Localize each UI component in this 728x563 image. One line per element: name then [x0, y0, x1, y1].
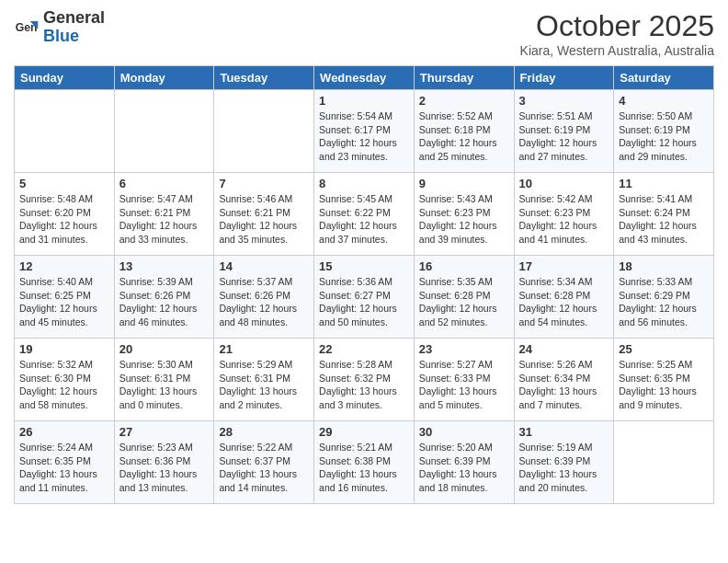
calendar-cell: 28Sunrise: 5:22 AM Sunset: 6:37 PM Dayli… — [214, 421, 314, 504]
day-number: 25 — [619, 342, 709, 356]
calendar-week-row: 5Sunrise: 5:48 AM Sunset: 6:20 PM Daylig… — [15, 173, 714, 256]
logo-blue-text: Blue — [43, 27, 79, 45]
day-info: Sunrise: 5:39 AM Sunset: 6:26 PM Dayligh… — [119, 275, 210, 329]
day-number: 3 — [519, 94, 609, 108]
day-number: 19 — [19, 342, 109, 356]
calendar-cell: 22Sunrise: 5:28 AM Sunset: 6:32 PM Dayli… — [314, 339, 415, 421]
calendar-cell: 6Sunrise: 5:47 AM Sunset: 6:21 PM Daylig… — [114, 173, 214, 256]
calendar-week-row: 12Sunrise: 5:40 AM Sunset: 6:25 PM Dayli… — [15, 256, 714, 339]
calendar-cell: 12Sunrise: 5:40 AM Sunset: 6:25 PM Dayli… — [15, 256, 115, 339]
calendar-cell: 2Sunrise: 5:52 AM Sunset: 6:18 PM Daylig… — [414, 90, 514, 173]
day-info: Sunrise: 5:47 AM Sunset: 6:21 PM Dayligh… — [119, 192, 210, 247]
day-info: Sunrise: 5:21 AM Sunset: 6:38 PM Dayligh… — [319, 441, 409, 495]
day-number: 13 — [119, 259, 210, 273]
calendar-cell: 31Sunrise: 5:19 AM Sunset: 6:39 PM Dayli… — [514, 421, 614, 504]
day-info: Sunrise: 5:29 AM Sunset: 6:31 PM Dayligh… — [219, 358, 309, 412]
day-info: Sunrise: 5:54 AM Sunset: 6:17 PM Dayligh… — [319, 109, 409, 164]
calendar-cell: 8Sunrise: 5:45 AM Sunset: 6:22 PM Daylig… — [314, 173, 415, 256]
calendar-cell: 1Sunrise: 5:54 AM Sunset: 6:17 PM Daylig… — [314, 90, 415, 173]
day-info: Sunrise: 5:45 AM Sunset: 6:22 PM Dayligh… — [319, 192, 409, 247]
calendar-cell: 25Sunrise: 5:25 AM Sunset: 6:35 PM Dayli… — [614, 339, 714, 421]
calendar-cell: 4Sunrise: 5:50 AM Sunset: 6:19 PM Daylig… — [614, 90, 714, 173]
day-number: 10 — [519, 177, 609, 190]
day-number: 15 — [319, 259, 409, 273]
day-info: Sunrise: 5:25 AM Sunset: 6:35 PM Dayligh… — [619, 358, 709, 412]
calendar-week-row: 19Sunrise: 5:32 AM Sunset: 6:30 PM Dayli… — [15, 339, 714, 421]
weekday-header-monday: Monday — [114, 66, 214, 90]
day-number: 30 — [419, 425, 509, 439]
day-info: Sunrise: 5:37 AM Sunset: 6:26 PM Dayligh… — [219, 275, 309, 329]
day-info: Sunrise: 5:48 AM Sunset: 6:20 PM Dayligh… — [19, 192, 109, 247]
day-number: 29 — [319, 425, 409, 439]
day-number: 6 — [119, 177, 210, 190]
day-number: 24 — [519, 342, 609, 356]
page-header: Gen General Blue October 2025 Kiara, Wes… — [14, 9, 714, 58]
calendar-cell: 3Sunrise: 5:51 AM Sunset: 6:19 PM Daylig… — [514, 90, 614, 173]
calendar-cell: 18Sunrise: 5:33 AM Sunset: 6:29 PM Dayli… — [614, 256, 714, 339]
calendar-week-row: 1Sunrise: 5:54 AM Sunset: 6:17 PM Daylig… — [15, 90, 714, 173]
day-info: Sunrise: 5:19 AM Sunset: 6:39 PM Dayligh… — [519, 441, 609, 495]
calendar-cell: 17Sunrise: 5:34 AM Sunset: 6:28 PM Dayli… — [514, 256, 614, 339]
day-info: Sunrise: 5:22 AM Sunset: 6:37 PM Dayligh… — [219, 441, 309, 495]
calendar-cell — [214, 90, 314, 173]
day-info: Sunrise: 5:40 AM Sunset: 6:25 PM Dayligh… — [19, 275, 109, 329]
weekday-header-sunday: Sunday — [15, 66, 115, 90]
location-subtitle: Kiara, Western Australia, Australia — [520, 43, 714, 58]
weekday-header-friday: Friday — [514, 66, 614, 90]
calendar-cell: 7Sunrise: 5:46 AM Sunset: 6:21 PM Daylig… — [214, 173, 314, 256]
day-info: Sunrise: 5:52 AM Sunset: 6:18 PM Dayligh… — [419, 109, 509, 164]
weekday-header-wednesday: Wednesday — [314, 66, 415, 90]
calendar-cell: 30Sunrise: 5:20 AM Sunset: 6:39 PM Dayli… — [414, 421, 514, 504]
day-info: Sunrise: 5:41 AM Sunset: 6:24 PM Dayligh… — [619, 192, 709, 247]
day-info: Sunrise: 5:32 AM Sunset: 6:30 PM Dayligh… — [19, 358, 109, 412]
logo: Gen General Blue — [14, 9, 105, 46]
day-number: 16 — [419, 259, 509, 273]
day-number: 22 — [319, 342, 409, 356]
calendar-cell: 16Sunrise: 5:35 AM Sunset: 6:28 PM Dayli… — [414, 256, 514, 339]
day-number: 4 — [619, 94, 709, 108]
day-info: Sunrise: 5:34 AM Sunset: 6:28 PM Dayligh… — [519, 275, 609, 329]
day-info: Sunrise: 5:28 AM Sunset: 6:32 PM Dayligh… — [319, 358, 409, 412]
calendar-week-row: 26Sunrise: 5:24 AM Sunset: 6:35 PM Dayli… — [15, 421, 714, 504]
day-info: Sunrise: 5:43 AM Sunset: 6:23 PM Dayligh… — [419, 192, 509, 247]
title-block: October 2025 Kiara, Western Australia, A… — [520, 9, 714, 58]
day-number: 26 — [19, 425, 109, 439]
calendar-cell: 27Sunrise: 5:23 AM Sunset: 6:36 PM Dayli… — [114, 421, 214, 504]
day-info: Sunrise: 5:51 AM Sunset: 6:19 PM Dayligh… — [519, 109, 609, 164]
day-number: 20 — [119, 342, 210, 356]
calendar-cell: 21Sunrise: 5:29 AM Sunset: 6:31 PM Dayli… — [214, 339, 314, 421]
day-number: 14 — [219, 259, 309, 273]
calendar-cell: 26Sunrise: 5:24 AM Sunset: 6:35 PM Dayli… — [15, 421, 115, 504]
calendar-cell: 11Sunrise: 5:41 AM Sunset: 6:24 PM Dayli… — [614, 173, 714, 256]
day-number: 9 — [419, 177, 509, 190]
day-info: Sunrise: 5:46 AM Sunset: 6:21 PM Dayligh… — [219, 192, 309, 247]
day-number: 17 — [519, 259, 609, 273]
day-number: 11 — [619, 177, 709, 190]
calendar-cell — [614, 421, 714, 504]
day-number: 28 — [219, 425, 309, 439]
day-info: Sunrise: 5:50 AM Sunset: 6:19 PM Dayligh… — [619, 109, 709, 164]
calendar-cell: 19Sunrise: 5:32 AM Sunset: 6:30 PM Dayli… — [15, 339, 115, 421]
day-info: Sunrise: 5:23 AM Sunset: 6:36 PM Dayligh… — [119, 441, 210, 495]
day-info: Sunrise: 5:33 AM Sunset: 6:29 PM Dayligh… — [619, 275, 709, 329]
calendar-cell: 5Sunrise: 5:48 AM Sunset: 6:20 PM Daylig… — [15, 173, 115, 256]
day-number: 27 — [119, 425, 210, 439]
day-info: Sunrise: 5:35 AM Sunset: 6:28 PM Dayligh… — [419, 275, 509, 329]
day-number: 18 — [619, 259, 709, 273]
calendar-cell: 10Sunrise: 5:42 AM Sunset: 6:23 PM Dayli… — [514, 173, 614, 256]
calendar-cell — [114, 90, 214, 173]
calendar-cell — [15, 90, 115, 173]
day-info: Sunrise: 5:24 AM Sunset: 6:35 PM Dayligh… — [19, 441, 109, 495]
day-info: Sunrise: 5:26 AM Sunset: 6:34 PM Dayligh… — [519, 358, 609, 412]
calendar-cell: 14Sunrise: 5:37 AM Sunset: 6:26 PM Dayli… — [214, 256, 314, 339]
calendar-cell: 24Sunrise: 5:26 AM Sunset: 6:34 PM Dayli… — [514, 339, 614, 421]
day-number: 1 — [319, 94, 409, 108]
weekday-header-thursday: Thursday — [414, 66, 514, 90]
weekday-header-tuesday: Tuesday — [214, 66, 314, 90]
calendar-cell: 9Sunrise: 5:43 AM Sunset: 6:23 PM Daylig… — [414, 173, 514, 256]
day-number: 21 — [219, 342, 309, 356]
calendar-cell: 13Sunrise: 5:39 AM Sunset: 6:26 PM Dayli… — [114, 256, 214, 339]
calendar-cell: 23Sunrise: 5:27 AM Sunset: 6:33 PM Dayli… — [414, 339, 514, 421]
day-number: 12 — [19, 259, 109, 273]
logo-icon: Gen — [14, 15, 40, 40]
